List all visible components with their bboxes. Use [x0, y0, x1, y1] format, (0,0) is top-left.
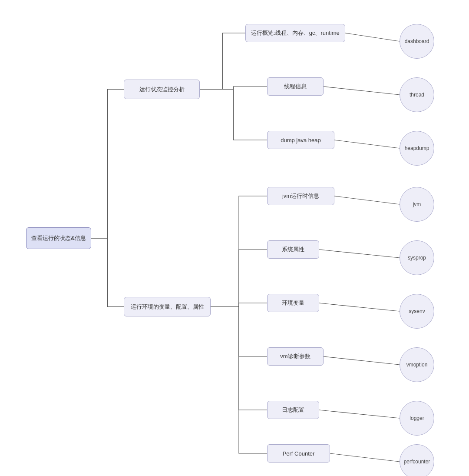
- leaf-circle-heapdump: heapdump: [400, 131, 434, 166]
- leaf-box-sysenv: 环境变量: [267, 294, 319, 312]
- leaf-box-vmoption: vm诊断参数: [267, 347, 324, 366]
- mid-node-monitor: 运行状态监控分析: [124, 80, 200, 99]
- diagram-container: 查看运行的状态&信息运行状态监控分析运行环境的变量、配置、属性运行概览:线程、内…: [0, 0, 469, 476]
- leaf-circle-overview: dashboard: [400, 24, 434, 59]
- leaf-box-sysprop: 系统属性: [267, 240, 319, 259]
- mid-node-env: 运行环境的变量、配置、属性: [124, 297, 211, 316]
- leaf-circle-thread: thread: [400, 77, 434, 112]
- root-node: 查看运行的状态&信息: [26, 227, 91, 249]
- leaf-box-overview: 运行概览:线程、内存、gc、runtime: [245, 24, 345, 42]
- leaf-box-thread: 线程信息: [267, 77, 324, 96]
- leaf-circle-jvm: jvm: [400, 187, 434, 222]
- leaf-circle-perfcounter: perfcounter: [400, 444, 434, 476]
- leaf-circle-vmoption: vmoption: [400, 347, 434, 382]
- leaf-circle-sysenv: sysenv: [400, 294, 434, 329]
- leaf-circle-logger: logger: [400, 401, 434, 436]
- leaf-box-jvm: jvm运行时信息: [267, 187, 334, 205]
- leaf-box-logger: 日志配置: [267, 401, 319, 419]
- leaf-box-perfcounter: Perf Counter: [267, 444, 330, 463]
- leaf-box-heapdump: dump java heap: [267, 131, 334, 149]
- leaf-circle-sysprop: sysprop: [400, 240, 434, 275]
